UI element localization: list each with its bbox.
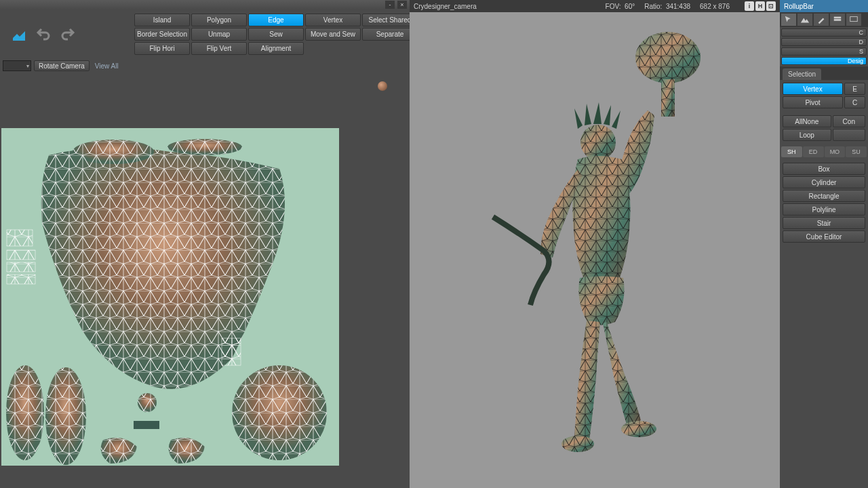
allnone-button[interactable]: AllNone xyxy=(783,115,831,127)
polyline-button[interactable]: Polyline xyxy=(783,203,865,216)
loop-button[interactable]: Loop xyxy=(783,129,831,141)
tab-selection[interactable]: Selection xyxy=(783,68,821,80)
perspective-viewport[interactable]: Crydesigner_camera FOV: 60° Ratio: 341:4… xyxy=(410,0,780,488)
polygon-button[interactable]: Polygon xyxy=(191,14,247,26)
uv-top-toolbar: IslandPolygonEdgeVertexSelect Shared Bor… xyxy=(0,9,410,59)
ratio-label: Ratio: 341:438 xyxy=(644,3,690,10)
svg-point-9 xyxy=(232,365,327,460)
fov-label: FOV: 60° xyxy=(606,3,635,10)
svg-point-27 xyxy=(621,421,656,437)
svg-point-1 xyxy=(73,140,154,164)
rollup-tab-layers[interactable] xyxy=(830,14,845,26)
move-and-sew-button[interactable]: Move and Sew xyxy=(305,28,361,41)
svg-rect-10 xyxy=(7,250,35,260)
c-button[interactable]: C xyxy=(844,96,865,108)
rollup-title: RollupBar xyxy=(780,0,868,12)
svg-point-19 xyxy=(635,32,701,83)
selection-panel: Vertex E Pivot C AllNone Con Loop xyxy=(780,80,868,144)
flip-vert-button[interactable]: Flip Vert xyxy=(191,42,247,55)
rollup-tab-terrain[interactable] xyxy=(797,14,812,26)
svg-rect-30 xyxy=(850,17,858,22)
rollup-tab-cursor[interactable] xyxy=(781,14,796,26)
section-d-button[interactable]: D xyxy=(781,38,867,46)
flip-hori-button[interactable]: Flip Hori xyxy=(134,42,190,55)
brush-icon[interactable] xyxy=(9,25,28,44)
viewport-3d-area[interactable] xyxy=(410,12,780,488)
cylinder-button[interactable]: Cylinder xyxy=(783,176,865,188)
uv-editor-panel: ‑ × IslandPolygonEdgeVertexSelect Shared… xyxy=(0,0,410,488)
uv-button-grid: IslandPolygonEdgeVertexSelect Shared Bor… xyxy=(134,14,418,55)
pivot-button[interactable]: Pivot xyxy=(783,96,843,108)
alignment-button[interactable]: Alignment xyxy=(248,42,304,55)
svg-point-7 xyxy=(45,367,86,465)
sew-button[interactable]: Sew xyxy=(248,28,304,41)
selection-tab-bar: Selection xyxy=(780,66,868,80)
edge-mode-button[interactable]: E xyxy=(844,83,865,95)
svg-point-23 xyxy=(580,125,616,160)
rectangle-button[interactable]: Rectangle xyxy=(783,190,865,202)
statue-model-icon xyxy=(466,24,724,458)
svg-point-15 xyxy=(138,393,157,412)
undo-icon[interactable] xyxy=(34,25,53,44)
shapes-panel: BoxCylinderRectanglePolylineStairCube Ed… xyxy=(780,160,868,245)
mode-tab-su[interactable]: SU xyxy=(846,146,867,157)
svg-rect-11 xyxy=(7,262,35,272)
viewport-badge-⊡[interactable]: ⊡ xyxy=(766,1,776,11)
island-button[interactable]: Island xyxy=(134,14,190,26)
unmap-button[interactable]: Unmap xyxy=(191,28,247,41)
svg-rect-17 xyxy=(134,421,159,429)
box-button[interactable]: Box xyxy=(783,163,865,175)
svg-rect-28 xyxy=(834,17,842,19)
svg-point-3 xyxy=(167,139,242,155)
svg-rect-16 xyxy=(222,338,241,365)
rollup-bar: RollupBar C D S Desig Selection Vertex E… xyxy=(780,0,868,488)
uv-mode-dropdown[interactable] xyxy=(3,60,31,71)
viewport-badge-H[interactable]: H xyxy=(755,1,765,11)
svg-rect-12 xyxy=(7,274,35,284)
stair-button[interactable]: Stair xyxy=(783,217,865,229)
uv-sub-toolbar: Rotate Camera View All xyxy=(0,59,410,73)
cube-editor-button[interactable]: Cube Editor xyxy=(783,230,865,243)
rollup-tab-display[interactable] xyxy=(846,14,861,26)
svg-rect-29 xyxy=(834,19,842,21)
uv-editor-titlebar: ‑ × xyxy=(0,0,410,9)
view-gizmo[interactable] xyxy=(376,79,389,93)
svg-point-25 xyxy=(561,436,594,452)
viewport-badge-i[interactable]: i xyxy=(745,1,754,11)
section-s-button[interactable]: S xyxy=(781,47,867,56)
rollup-category-tabs xyxy=(780,12,868,27)
mode-tabs: SHEDMOSU xyxy=(780,144,868,160)
connect-button[interactable]: Con xyxy=(833,115,865,127)
mode-tab-sh[interactable]: SH xyxy=(781,146,802,157)
vertex-mode-button[interactable]: Vertex xyxy=(783,83,843,95)
camera-name-label: Crydesigner_camera xyxy=(414,3,477,10)
window-pin-button[interactable]: ‑ xyxy=(385,1,395,9)
window-close-button[interactable]: × xyxy=(397,1,407,9)
edge-button[interactable]: Edge xyxy=(248,14,304,26)
svg-rect-13 xyxy=(7,230,33,246)
section-design-button[interactable]: Desig xyxy=(781,57,867,65)
rollup-tab-paint[interactable] xyxy=(814,14,829,26)
mode-tab-mo[interactable]: MO xyxy=(825,146,846,157)
redo-icon[interactable] xyxy=(58,25,77,44)
mode-tab-ed[interactable]: ED xyxy=(803,146,824,157)
svg-rect-21 xyxy=(661,79,675,117)
view-all-link[interactable]: View All xyxy=(95,62,119,70)
uv-tool-icons xyxy=(3,14,84,55)
vertex-button[interactable]: Vertex xyxy=(305,14,361,26)
uv-wireframe-icon xyxy=(1,128,339,466)
border-selection-button[interactable]: Border Selection xyxy=(134,28,190,41)
viewport-header: Crydesigner_camera FOV: 60° Ratio: 341:4… xyxy=(410,0,780,12)
ring-button[interactable] xyxy=(833,129,865,141)
svg-point-5 xyxy=(6,365,44,460)
uv-canvas[interactable] xyxy=(1,128,339,466)
rotate-camera-button[interactable]: Rotate Camera xyxy=(34,60,90,71)
resolution-label: 682 x 876 xyxy=(700,3,730,10)
uv-viewport[interactable] xyxy=(1,74,408,487)
section-c-button[interactable]: C xyxy=(781,28,867,37)
